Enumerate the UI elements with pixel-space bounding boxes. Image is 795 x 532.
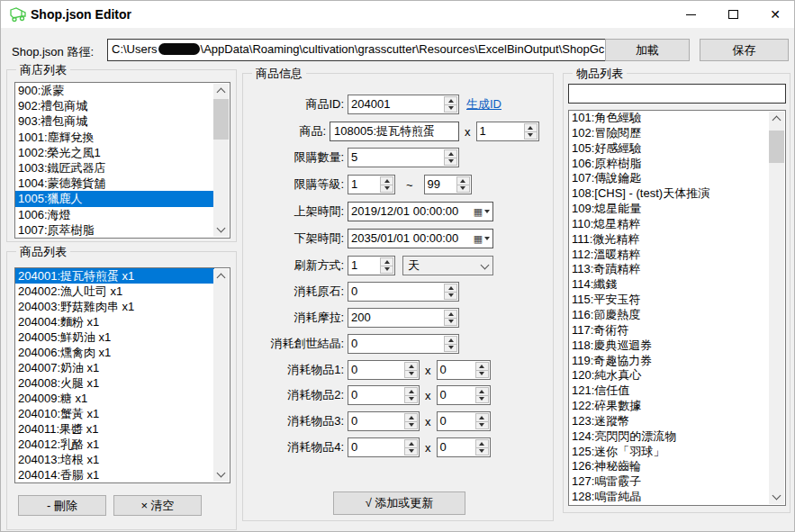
goods-count-spinner[interactable]: 1 [476, 122, 539, 141]
scroll-up-icon[interactable] [769, 112, 784, 126]
list-item[interactable]: 204009:糖 x1 [15, 391, 214, 406]
generate-id-link[interactable]: 生成ID [466, 96, 501, 113]
list-item[interactable]: 122:碎果數據 [569, 399, 770, 414]
spin-up-icon[interactable] [476, 414, 488, 421]
scroll-up-icon[interactable] [213, 84, 229, 98]
spin-up-icon[interactable] [445, 97, 456, 104]
item-list-scrollbar[interactable] [769, 112, 784, 504]
list-item[interactable]: 105:好感經驗 [569, 141, 770, 157]
spin-down-icon[interactable] [445, 158, 456, 166]
list-item[interactable]: 120:純水真心 [569, 368, 770, 383]
cost-item1-count-spinner[interactable]: 0 [437, 360, 491, 380]
list-item[interactable]: 1003:鐵匠武器店 [15, 160, 214, 176]
spin-up-icon[interactable] [445, 284, 456, 292]
list-item[interactable]: 121:信任值 [569, 383, 770, 399]
level-max-spinner[interactable]: 99 [424, 175, 472, 194]
list-item[interactable]: 204002:漁人吐司 x1 [15, 284, 214, 299]
list-item[interactable]: 109:熄星能量 [569, 202, 770, 217]
spin-down-icon[interactable] [476, 395, 488, 403]
spin-down-icon[interactable] [476, 447, 488, 455]
list-item[interactable]: 123:迷蹤幣 [569, 414, 770, 429]
spin-up-icon[interactable] [476, 440, 488, 447]
list-item[interactable]: 128:鳴雷純晶 [569, 490, 770, 505]
cost-item3-count-spinner[interactable]: 0 [437, 411, 491, 431]
scroll-down-icon[interactable] [213, 467, 229, 482]
begin-time-picker[interactable]: 2019/12/01 00:00:00 ▦ [348, 202, 493, 221]
spin-down-icon[interactable] [405, 447, 417, 455]
scroll-down-icon[interactable] [769, 490, 784, 504]
goods-id-spinner[interactable]: 204001 [348, 95, 459, 114]
spin-up-icon[interactable] [405, 388, 417, 395]
maximize-button[interactable] [717, 1, 749, 28]
list-item[interactable]: 1007:原萃樹脂 [15, 222, 214, 238]
spin-down-icon[interactable] [476, 370, 488, 378]
spin-up-icon[interactable] [405, 363, 417, 370]
list-item[interactable]: 1004:蒙德雜貨舖 [15, 176, 214, 191]
list-item[interactable]: 204001:提瓦特煎蛋 x1 [15, 268, 214, 284]
list-item[interactable]: 102:冒險閱歷 [569, 126, 770, 141]
spin-up-icon[interactable] [476, 363, 488, 370]
cost-item4-count-spinner[interactable]: 0 [437, 437, 491, 457]
scroll-down-icon[interactable] [213, 222, 229, 237]
spin-up-icon[interactable] [525, 124, 537, 131]
list-item[interactable]: 204011:果醬 x1 [15, 421, 214, 437]
scroll-up-icon[interactable] [213, 269, 229, 284]
spin-up-icon[interactable] [445, 337, 456, 344]
list-item[interactable]: 110:熄星精粹 [569, 217, 770, 232]
list-item[interactable]: 107:傳說鑰匙 [569, 171, 770, 186]
list-item[interactable]: 126:神秘齒輪 [569, 459, 770, 474]
list-item[interactable]: 1001:塵輝兌換 [15, 130, 214, 145]
cost-item2-count-spinner[interactable]: 0 [437, 385, 491, 405]
spin-down-icon[interactable] [405, 395, 417, 403]
refresh-unit-combobox[interactable]: 天 [402, 256, 493, 275]
add-or-update-button[interactable]: √ 添加或更新 [333, 491, 465, 515]
delete-button[interactable]: - 刪除 [18, 495, 106, 516]
spin-down-icon[interactable] [525, 131, 537, 140]
list-item[interactable]: 204006:燻禽肉 x1 [15, 345, 214, 360]
list-item[interactable]: 127:鳴雷霰子 [569, 474, 770, 490]
calendar-dropdown-icon[interactable]: ▦ [471, 203, 492, 221]
shop-list-scrollbar[interactable] [213, 84, 229, 237]
list-item[interactable]: 106:原粹樹脂 [569, 157, 770, 172]
list-item[interactable]: 114:纖錢 [569, 277, 770, 293]
list-item[interactable]: 903:禮包商城 [15, 113, 214, 129]
list-item[interactable]: 113:奇蹟精粹 [569, 262, 770, 277]
spin-down-icon[interactable] [381, 185, 393, 193]
list-item[interactable]: 204013:培根 x1 [15, 452, 214, 467]
list-item[interactable]: 101:角色經驗 [569, 111, 770, 126]
spin-down-icon[interactable] [445, 318, 456, 326]
list-item[interactable]: 204005:鮮奶油 x1 [15, 329, 214, 345]
minimize-button[interactable] [674, 1, 707, 28]
spin-down-icon[interactable] [457, 185, 469, 193]
level-min-spinner[interactable]: 1 [348, 175, 395, 194]
spin-down-icon[interactable] [381, 266, 393, 274]
goods-listbox[interactable]: 204001:提瓦特煎蛋 x1204002:漁人吐司 x1204003:野菇雞肉… [14, 267, 230, 483]
list-item[interactable]: 1006:海燈 [15, 207, 214, 222]
list-item[interactable]: 900:派蒙 [15, 83, 214, 98]
spin-up-icon[interactable] [445, 311, 456, 318]
list-item[interactable]: 108:[CHS] - (test)天体推演 [569, 186, 770, 202]
item-listbox[interactable]: 101:角色經驗102:冒險閱歷105:好感經驗106:原粹樹脂107:傳說鑰匙… [568, 110, 786, 506]
item-search-input[interactable] [568, 84, 786, 104]
goods-name-input[interactable]: 108005:提瓦特煎蛋 [330, 122, 459, 141]
end-time-picker[interactable]: 2035/01/01 00:00:00 ▦ [348, 229, 493, 248]
list-item[interactable]: 112:溫暖精粹 [569, 248, 770, 263]
cost-primogem-spinner[interactable]: 0 [348, 282, 459, 302]
path-input[interactable]: C:\Users\AppData\Roaming\cultivation\gra… [107, 39, 619, 61]
list-item[interactable]: 124:亮閃閃的漂流物 [569, 429, 770, 445]
spin-up-icon[interactable] [381, 177, 393, 185]
list-item[interactable]: 118:慶典巡迴券 [569, 338, 770, 354]
buy-limit-spinner[interactable]: 5 [348, 148, 459, 167]
scroll-thumb[interactable] [769, 131, 784, 163]
cost-item4-id-spinner[interactable]: 0 [348, 437, 420, 457]
close-button[interactable]: ✕ [759, 1, 791, 28]
list-item[interactable]: 111:微光精粹 [569, 232, 770, 248]
list-item[interactable]: 204004:麵粉 x1 [15, 314, 214, 329]
list-item[interactable]: 117:奇術符 [569, 323, 770, 338]
spin-up-icon[interactable] [381, 258, 393, 266]
list-item[interactable]: 204003:野菇雞肉串 x1 [15, 299, 214, 314]
spin-down-icon[interactable] [405, 370, 417, 378]
goods-list-scrollbar[interactable] [213, 269, 229, 482]
list-item[interactable]: 902:禮包商城 [15, 98, 214, 113]
spin-up-icon[interactable] [476, 388, 488, 395]
